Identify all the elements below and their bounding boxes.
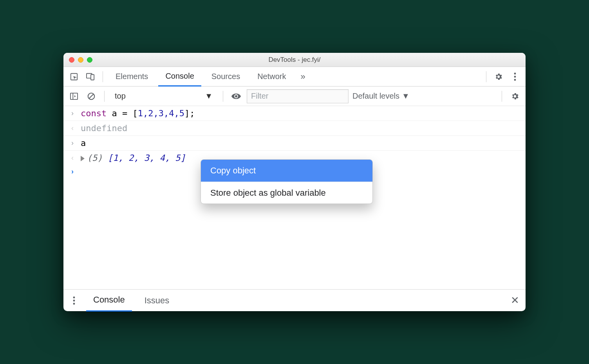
tab-elements[interactable]: Elements (108, 67, 155, 86)
chevron-down-icon: ▼ (402, 92, 410, 101)
console-output-line: ‹ undefined (63, 121, 526, 136)
input-chevron-icon: › (69, 139, 76, 147)
log-levels-selector[interactable]: Default levels ▼ (352, 92, 410, 101)
divider (104, 91, 105, 102)
close-drawer-icon[interactable]: ✕ (508, 294, 522, 307)
window-title: DevTools - jec.fyi/ (63, 56, 526, 64)
console-input-line[interactable]: › a (63, 136, 526, 151)
svg-point-12 (73, 303, 75, 305)
svg-rect-6 (70, 93, 78, 99)
output-chevron-icon: ‹ (69, 124, 76, 132)
divider (223, 91, 223, 102)
inspect-element-icon[interactable] (67, 70, 81, 83)
more-tabs-icon[interactable]: » (296, 70, 310, 83)
svg-line-9 (89, 94, 94, 98)
main-tabs: Elements Console Sources Network » (63, 67, 526, 86)
svg-point-5 (514, 79, 516, 81)
live-expression-icon[interactable] (229, 90, 243, 103)
context-menu-copy-object[interactable]: Copy object (201, 160, 372, 182)
context-menu: Copy object Store object as global varia… (201, 159, 373, 204)
expand-triangle-icon[interactable] (81, 156, 85, 161)
divider (103, 71, 103, 82)
kebab-menu-icon[interactable] (508, 70, 522, 83)
tab-console[interactable]: Console (158, 67, 201, 86)
device-toggle-icon[interactable] (84, 70, 97, 83)
code-text: a (81, 138, 86, 148)
drawer-tab-console[interactable]: Console (86, 290, 132, 312)
svg-point-4 (514, 76, 516, 77)
context-label: top (115, 92, 126, 101)
settings-icon[interactable] (492, 70, 505, 83)
drawer-kebab-icon[interactable] (67, 294, 81, 307)
svg-point-11 (73, 299, 75, 301)
output-chevron-icon: ‹ (69, 154, 76, 162)
filter-input[interactable] (247, 89, 349, 103)
context-menu-store-global[interactable]: Store object as global variable (201, 182, 372, 204)
devtools-window: DevTools - jec.fyi/ Elements Console Sou… (63, 53, 526, 311)
array-result[interactable]: (5) [1, 2, 3, 4, 5] (81, 153, 186, 163)
execution-context-selector[interactable]: top ▼ (111, 90, 217, 102)
code-text: const a = [1,2,3,4,5]; (81, 108, 195, 118)
divider (502, 91, 502, 102)
drawer-tab-issues[interactable]: Issues (137, 290, 177, 312)
levels-label: Default levels (352, 92, 399, 101)
console-sidebar-toggle-icon[interactable] (67, 90, 81, 103)
chevron-down-icon: ▼ (205, 92, 213, 101)
titlebar: DevTools - jec.fyi/ (63, 53, 526, 67)
console-input-line[interactable]: › const a = [1,2,3,4,5]; (63, 106, 526, 121)
console-settings-icon[interactable] (508, 90, 522, 103)
svg-point-10 (73, 296, 75, 298)
output-text: undefined (81, 123, 127, 133)
tab-sources[interactable]: Sources (204, 67, 247, 86)
svg-rect-2 (91, 74, 94, 80)
drawer: Console Issues ✕ (63, 289, 526, 311)
svg-point-3 (514, 72, 516, 74)
divider (486, 71, 486, 82)
prompt-chevron-icon: › (69, 168, 76, 176)
console-toolbar: top ▼ Default levels ▼ (63, 86, 526, 106)
tab-network[interactable]: Network (250, 67, 293, 86)
clear-console-icon[interactable] (85, 90, 98, 103)
input-chevron-icon: › (69, 109, 76, 117)
console-body: › const a = [1,2,3,4,5]; ‹ undefined › a… (63, 106, 526, 289)
